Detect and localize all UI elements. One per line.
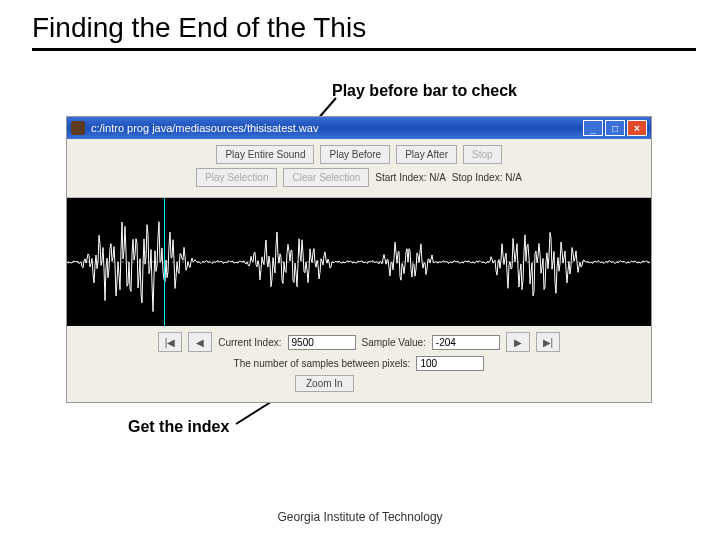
top-toolbar: Play Entire Sound Play Before Play After… — [67, 139, 651, 198]
close-button[interactable]: × — [627, 120, 647, 136]
sample-value-field[interactable] — [432, 335, 500, 350]
window-titlebar: c:/intro prog java/mediasources/thisisat… — [67, 117, 651, 139]
waveform-panel[interactable] — [67, 198, 651, 326]
first-index-button[interactable]: |◀ — [158, 332, 182, 352]
window-title: c:/intro prog java/mediasources/thisisat… — [91, 122, 318, 134]
stop-index-label: Stop Index: N/A — [452, 172, 522, 183]
samples-between-field[interactable] — [416, 356, 484, 371]
play-entire-sound-button[interactable]: Play Entire Sound — [216, 145, 314, 164]
slide-footer: Georgia Institute of Technology — [0, 510, 720, 524]
current-index-field[interactable] — [288, 335, 356, 350]
maximize-button[interactable]: □ — [605, 120, 625, 136]
zoom-in-button[interactable]: Zoom In — [295, 375, 354, 392]
bottom-toolbar: |◀ ◀ Current Index: Sample Value: ▶ ▶| T… — [67, 326, 651, 402]
minimize-button[interactable]: _ — [583, 120, 603, 136]
current-index-label: Current Index: — [218, 337, 281, 348]
play-selection-button[interactable]: Play Selection — [196, 168, 277, 187]
java-icon — [71, 121, 85, 135]
samples-between-label: The number of samples between pixels: — [234, 358, 411, 369]
stop-button[interactable]: Stop — [463, 145, 502, 164]
callout-play-before: Play before bar to check — [332, 82, 517, 100]
last-index-button[interactable]: ▶| — [536, 332, 560, 352]
sound-explorer-window: c:/intro prog java/mediasources/thisisat… — [66, 116, 652, 403]
start-index-label: Start Index: N/A — [375, 172, 446, 183]
clear-selection-button[interactable]: Clear Selection — [283, 168, 369, 187]
waveform-cursor[interactable] — [164, 198, 165, 326]
callout-get-index: Get the index — [128, 418, 229, 436]
sample-value-label: Sample Value: — [362, 337, 426, 348]
next-index-button[interactable]: ▶ — [506, 332, 530, 352]
play-before-button[interactable]: Play Before — [320, 145, 390, 164]
waveform-canvas[interactable] — [67, 198, 651, 326]
title-underline — [32, 48, 696, 51]
prev-index-button[interactable]: ◀ — [188, 332, 212, 352]
play-after-button[interactable]: Play After — [396, 145, 457, 164]
slide-title: Finding the End of the This — [0, 0, 720, 48]
